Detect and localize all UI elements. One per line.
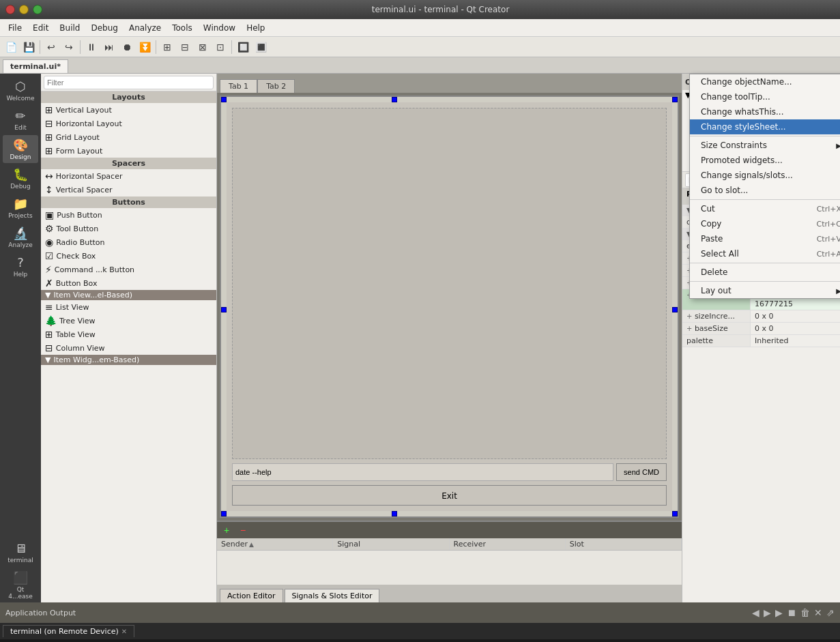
canvas-send-cmd[interactable]: send CMD xyxy=(616,463,667,481)
widget-tool-button[interactable]: ⚙ Tool Button xyxy=(41,222,216,235)
sidebar-projects[interactable]: 📁 Projects xyxy=(3,194,38,222)
widget-button-box[interactable]: ✗ Button Box xyxy=(41,276,216,290)
cm-size-constraints[interactable]: Size Constraints ▶ xyxy=(690,138,840,153)
sizeincrement-expand[interactable]: + xyxy=(686,312,692,320)
ao-clear[interactable]: 🗑 xyxy=(800,607,810,618)
toolbar-save[interactable]: 💾 xyxy=(20,39,37,55)
action-editor-tab[interactable]: Action Editor xyxy=(220,589,283,602)
toolbar-redo[interactable]: ↪ xyxy=(61,39,77,55)
ao-expand[interactable]: ⇗ xyxy=(826,607,835,618)
toolbar-btn2[interactable]: ⏭ xyxy=(101,39,117,55)
cm-copy[interactable]: Copy Ctrl+C xyxy=(690,216,840,231)
toolbar-btn6[interactable]: ⊟ xyxy=(177,39,193,55)
menu-edit[interactable]: Edit xyxy=(27,22,54,34)
menu-debug[interactable]: Debug xyxy=(85,22,123,34)
selection-handle-ml[interactable] xyxy=(221,307,227,312)
widget-column-view[interactable]: ⊟ Column View xyxy=(41,341,216,355)
widget-vertical-layout[interactable]: ⊞ Vertical Layout xyxy=(41,103,216,117)
button-box-icon: ✗ xyxy=(45,278,53,289)
toolbar-btn1[interactable]: ⏸ xyxy=(83,39,100,55)
widget-filter-input[interactable] xyxy=(44,76,214,89)
widget-horizontal-spacer[interactable]: ↔ Horizontal Spacer xyxy=(41,169,216,183)
widget-horizontal-layout[interactable]: ⊟ Horizontal Layout xyxy=(41,117,216,130)
sidebar-design[interactable]: 🎨 Design xyxy=(3,135,38,163)
widget-push-button[interactable]: ▣ Push Button xyxy=(41,208,216,222)
signals-add-button[interactable]: + xyxy=(220,523,233,537)
toolbar-btn5[interactable]: ⊞ xyxy=(159,39,175,55)
selection-handle-bm[interactable] xyxy=(392,511,397,516)
widget-form-layout[interactable]: ⊞ Form Layout xyxy=(41,144,216,158)
sidebar-qt4[interactable]: ⬛ Qt 4...ease xyxy=(3,568,38,602)
sidebar-edit[interactable]: ✏ Edit xyxy=(3,106,38,134)
ao-content[interactable]: Finished running remote process. Exit co… xyxy=(0,639,840,642)
menu-build[interactable]: Build xyxy=(54,22,85,34)
selection-handle-bl[interactable] xyxy=(221,511,227,516)
ao-run[interactable]: ▶ xyxy=(775,607,783,618)
cm-go-to-slot[interactable]: Go to slot... xyxy=(690,183,840,198)
toolbar-btn8[interactable]: ⊡ xyxy=(212,39,229,55)
cm-promoted-widgets[interactable]: Promoted widgets... xyxy=(690,153,840,168)
widget-table-view[interactable]: ⊞ Table View xyxy=(41,327,216,341)
selection-handle-mr[interactable] xyxy=(672,307,678,312)
cm-cut[interactable]: Cut Ctrl+X xyxy=(690,201,840,216)
cm-paste[interactable]: Paste Ctrl+V xyxy=(690,231,840,246)
sidebar-analyze[interactable]: 🔬 Analyze xyxy=(3,223,38,251)
cm-change-tooltip[interactable]: Change toolTip... xyxy=(690,89,840,104)
sidebar-debug[interactable]: 🐛 Debug xyxy=(3,164,38,192)
widget-list-view[interactable]: ≡ List View xyxy=(41,300,216,314)
toolbar-btn4[interactable]: ⏬ xyxy=(136,39,153,55)
minimize-button[interactable] xyxy=(19,5,29,14)
ao-terminal-close[interactable]: ✕ xyxy=(121,628,127,635)
cm-change-objectname[interactable]: Change objectName... xyxy=(690,74,840,89)
maximize-button[interactable] xyxy=(33,5,42,14)
sidebar-welcome[interactable]: ⬡ Welcome xyxy=(3,76,38,104)
ao-terminal-tab[interactable]: terminal (on Remote Device) ✕ xyxy=(3,625,134,637)
widget-check-box[interactable]: ☑ Check Box xyxy=(41,249,216,263)
check-box-icon: ☑ xyxy=(45,250,54,261)
ao-nav-prev[interactable]: ◀ xyxy=(752,607,759,618)
toolbar-btn7[interactable]: ⊠ xyxy=(194,39,211,55)
sidebar-help[interactable]: ? Help xyxy=(3,252,38,280)
selection-handle-tl[interactable] xyxy=(221,97,227,102)
toolbar-btn3[interactable]: ⏺ xyxy=(119,39,135,55)
toolbar-new[interactable]: 📄 xyxy=(3,39,19,55)
qt4-icon: ⬛ xyxy=(13,570,28,585)
close-button[interactable] xyxy=(5,5,15,14)
cm-change-whatsthis[interactable]: Change whatsThis... xyxy=(690,104,840,119)
editor-tab-terminal-ui[interactable]: terminal.ui* xyxy=(3,59,68,73)
form-tab-2[interactable]: Tab 2 xyxy=(257,79,295,93)
cm-lay-out[interactable]: Lay out ▶ xyxy=(690,283,840,298)
menu-analyze[interactable]: Analyze xyxy=(124,22,166,34)
menu-file[interactable]: File xyxy=(3,22,27,34)
form-tab-1[interactable]: Tab 1 xyxy=(220,79,257,93)
widget-vertical-spacer[interactable]: ↕ Vertical Spacer xyxy=(41,183,216,196)
sidebar-terminal[interactable]: 🖥 terminal xyxy=(3,538,38,566)
signals-remove-button[interactable]: − xyxy=(236,523,250,537)
toolbar-undo[interactable]: ↩ xyxy=(43,39,59,55)
cm-change-stylesheet[interactable]: Change styleSheet... xyxy=(690,119,840,134)
menu-help[interactable]: Help xyxy=(241,22,270,34)
basesize-expand[interactable]: + xyxy=(686,325,692,332)
menu-tools[interactable]: Tools xyxy=(166,22,198,34)
ao-nav-next[interactable]: ▶ xyxy=(764,607,771,618)
signals-slots-tab[interactable]: Signals & Slots Editor xyxy=(285,589,380,602)
toolbar-btn10[interactable]: 🔳 xyxy=(252,39,269,55)
push-button-icon: ▣ xyxy=(45,209,54,220)
selection-handle-br[interactable] xyxy=(672,511,678,516)
toolbar-btn9[interactable]: 🔲 xyxy=(235,39,251,55)
analyze-icon: 🔬 xyxy=(13,226,28,240)
cm-select-all[interactable]: Select All Ctrl+A xyxy=(690,246,840,261)
canvas-exit-btn[interactable]: Exit xyxy=(232,485,667,506)
widget-radio-button[interactable]: ◉ Radio Button xyxy=(41,235,216,249)
selection-handle-top[interactable] xyxy=(392,97,397,102)
cm-delete[interactable]: Delete xyxy=(690,265,840,280)
widget-grid-layout[interactable]: ⊞ Grid Layout xyxy=(41,130,216,144)
canvas-date-input[interactable] xyxy=(232,463,613,481)
menu-window[interactable]: Window xyxy=(198,22,241,34)
ao-close-bar[interactable]: ✕ xyxy=(814,607,822,618)
ao-stop[interactable]: ⏹ xyxy=(787,607,796,618)
widget-tree-view[interactable]: 🌲 Tree View xyxy=(41,314,216,327)
selection-handle-tr[interactable] xyxy=(672,97,678,102)
widget-command-button[interactable]: ⚡ Command ...k Button xyxy=(41,263,216,276)
cm-change-signals[interactable]: Change signals/slots... xyxy=(690,168,840,183)
